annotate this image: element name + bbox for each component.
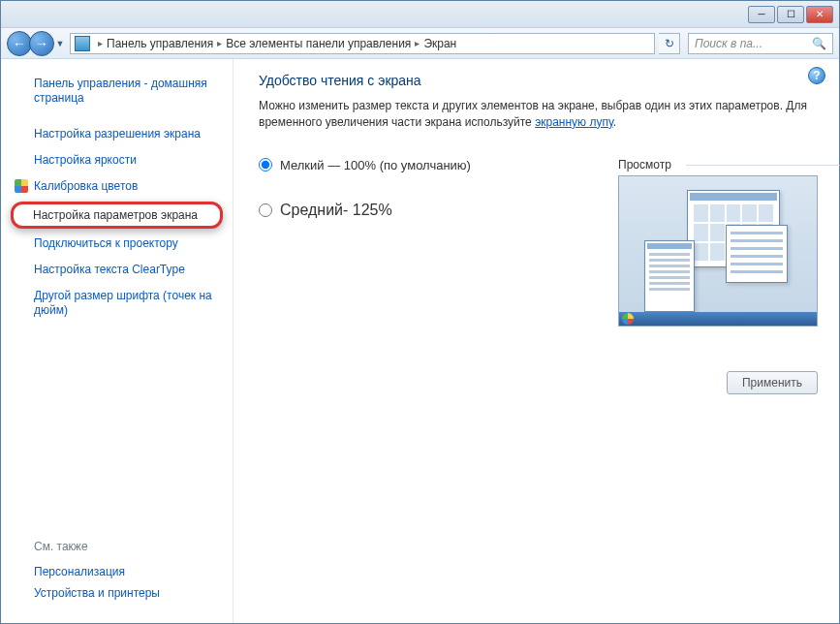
sidebar-home[interactable]: Панель управления - домашняя страница xyxy=(1,71,233,111)
maximize-button[interactable]: ☐ xyxy=(777,6,804,23)
search-input[interactable]: Поиск в па... 🔍 xyxy=(688,33,833,54)
sidebar-projector[interactable]: Подключиться к проектору xyxy=(1,231,233,257)
page-description: Можно изменить размер текста и других эл… xyxy=(259,98,818,131)
radio-medium-input[interactable] xyxy=(259,203,272,217)
preview-image xyxy=(618,175,818,327)
window: ─ ☐ ✕ ← → ▼ ▸ Панель управления ▸ Все эл… xyxy=(0,0,840,624)
breadcrumb-sep-icon: ▸ xyxy=(98,38,103,48)
titlebar: ─ ☐ ✕ xyxy=(1,1,839,28)
breadcrumb-2[interactable]: Все элементы панели управления xyxy=(226,37,411,50)
refresh-button[interactable]: ↻ xyxy=(659,33,680,54)
address-bar[interactable]: ▸ Панель управления ▸ Все элементы панел… xyxy=(70,33,655,54)
breadcrumb-1[interactable]: Панель управления xyxy=(107,37,213,50)
radio-medium[interactable]: Средний- 125% xyxy=(259,202,471,219)
search-placeholder: Поиск в па... xyxy=(695,37,762,50)
options-row: Мелкий — 100% (по умолчанию) Средний- 12… xyxy=(259,158,818,327)
breadcrumb-3[interactable]: Экран xyxy=(423,37,456,50)
sidebar-display-settings[interactable]: Настройка параметров экрана xyxy=(33,208,214,222)
apply-button[interactable]: Применить xyxy=(727,371,818,394)
sidebar-cleartype[interactable]: Настройка текста ClearType xyxy=(1,257,233,283)
radio-small[interactable]: Мелкий — 100% (по умолчанию) xyxy=(259,158,471,172)
radio-medium-label: Средний- 125% xyxy=(280,202,392,219)
seealso-header: См. также xyxy=(34,540,215,553)
minimize-button[interactable]: ─ xyxy=(748,6,775,23)
radio-small-input[interactable] xyxy=(259,158,272,172)
control-panel-icon xyxy=(75,36,90,51)
forward-button[interactable]: → xyxy=(29,31,54,56)
sidebar-dpi[interactable]: Другой размер шрифта (точек на дюйм) xyxy=(1,283,233,324)
body: Панель управления - домашняя страница На… xyxy=(1,59,839,623)
sidebar-resolution[interactable]: Настройка разрешения экрана xyxy=(1,121,233,147)
sidebar-brightness[interactable]: Настройка яркости xyxy=(1,147,233,173)
close-button[interactable]: ✕ xyxy=(806,6,833,23)
sidebar: Панель управления - домашняя страница На… xyxy=(1,59,233,623)
navbar: ← → ▼ ▸ Панель управления ▸ Все элементы… xyxy=(1,28,839,59)
radio-small-label: Мелкий — 100% (по умолчанию) xyxy=(280,158,471,172)
page-title: Удобство чтения с экрана xyxy=(259,73,818,88)
radio-group: Мелкий — 100% (по умолчанию) Средний- 12… xyxy=(259,158,471,327)
breadcrumb-sep-icon: ▸ xyxy=(217,38,222,48)
preview-section: Просмотр xyxy=(618,158,818,327)
history-dropdown[interactable]: ▼ xyxy=(54,34,66,53)
content: ? Удобство чтения с экрана Можно изменит… xyxy=(233,59,839,623)
sidebar-calibration[interactable]: Калибровка цветов xyxy=(1,173,233,200)
seealso-devices[interactable]: Устройства и принтеры xyxy=(34,582,215,604)
seealso-personalization[interactable]: Персонализация xyxy=(34,561,215,582)
magnifier-link[interactable]: экранную лупу xyxy=(535,115,613,129)
preview-header: Просмотр xyxy=(618,158,818,172)
nav-buttons: ← → ▼ xyxy=(7,31,66,56)
help-icon[interactable]: ? xyxy=(808,67,825,84)
sidebar-display-settings-highlight: Настройка параметров экрана xyxy=(11,202,223,229)
search-icon: 🔍 xyxy=(812,37,826,50)
breadcrumb-sep-icon: ▸ xyxy=(415,38,420,48)
sidebar-seealso: См. также Персонализация Устройства и пр… xyxy=(1,528,233,623)
